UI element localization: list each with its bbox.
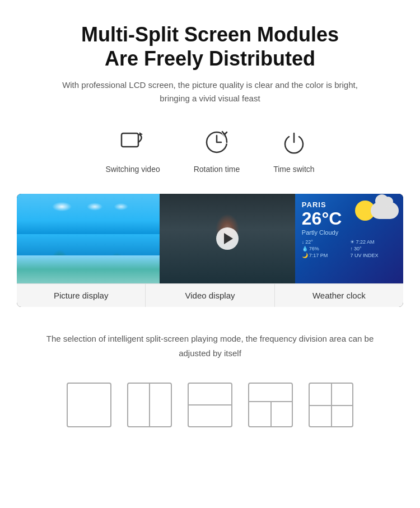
weather-sunset: 🌙 7:17 PM	[302, 253, 348, 258]
features-row: Switching video Rotation time	[11, 125, 409, 174]
layouts-row	[11, 377, 409, 433]
weather-icon-area	[355, 201, 399, 221]
svg-rect-0	[122, 133, 138, 147]
screen-picture	[17, 194, 160, 283]
label-weather: Weather clock	[275, 284, 403, 307]
layout-top-bottom-split[interactable]	[248, 383, 293, 427]
header: Multi-Split Screen Modules Are Freely Di…	[11, 22, 409, 105]
display-panel-wrapper: PARIS 26°C Partly Cloudy ↓ 22° ☀	[11, 194, 409, 307]
page-wrapper: Multi-Split Screen Modules Are Freely Di…	[0, 0, 420, 455]
display-panel: PARIS 26°C Partly Cloudy ↓ 22° ☀	[17, 194, 403, 307]
label-picture: Picture display	[17, 284, 146, 307]
weather-humidity: 💧 76%	[302, 246, 348, 251]
switching-video-label: Switching video	[105, 165, 160, 174]
layout-two-col[interactable]	[127, 383, 172, 427]
weather-details: ↓ 22° ☀ 7:22 AM 💧 76% ↑	[302, 239, 396, 258]
time-switch-label: Time switch	[273, 165, 314, 174]
display-screens: PARIS 26°C Partly Cloudy ↓ 22° ☀	[17, 194, 403, 283]
feature-time-switch: Time switch	[273, 125, 314, 174]
weather-desc: Partly Cloudy	[302, 229, 396, 236]
weather-high: ↑ 30°	[350, 246, 396, 251]
screen-weather: PARIS 26°C Partly Cloudy ↓ 22° ☀	[295, 194, 403, 283]
play-triangle-icon	[224, 233, 233, 244]
power-icon	[277, 125, 311, 159]
page-title: Multi-Split Screen Modules Are Freely Di…	[11, 22, 409, 71]
screen-video	[160, 194, 295, 283]
rotation-time-label: Rotation time	[194, 165, 240, 174]
label-video: Video display	[146, 284, 274, 307]
layout-four-grid[interactable]	[309, 383, 353, 427]
feature-switching-video: Switching video	[105, 125, 160, 174]
description-text: The selection of intelligent split-scree…	[11, 320, 409, 371]
feature-rotation-time: Rotation time	[194, 125, 240, 174]
layout-single[interactable]	[67, 383, 111, 427]
layout-two-row[interactable]	[188, 383, 232, 427]
cloud-icon	[371, 202, 399, 219]
rotation-icon	[200, 125, 234, 159]
weather-uv: 7 UV INDEX	[350, 253, 396, 258]
subtitle: With professional LCD screen, the pictur…	[53, 78, 367, 105]
weather-sunrise: ☀ 7:22 AM	[350, 239, 396, 245]
switching-icon	[116, 125, 150, 159]
display-labels: Picture display Video display Weather cl…	[17, 283, 403, 307]
weather-low: ↓ 22°	[302, 239, 348, 245]
